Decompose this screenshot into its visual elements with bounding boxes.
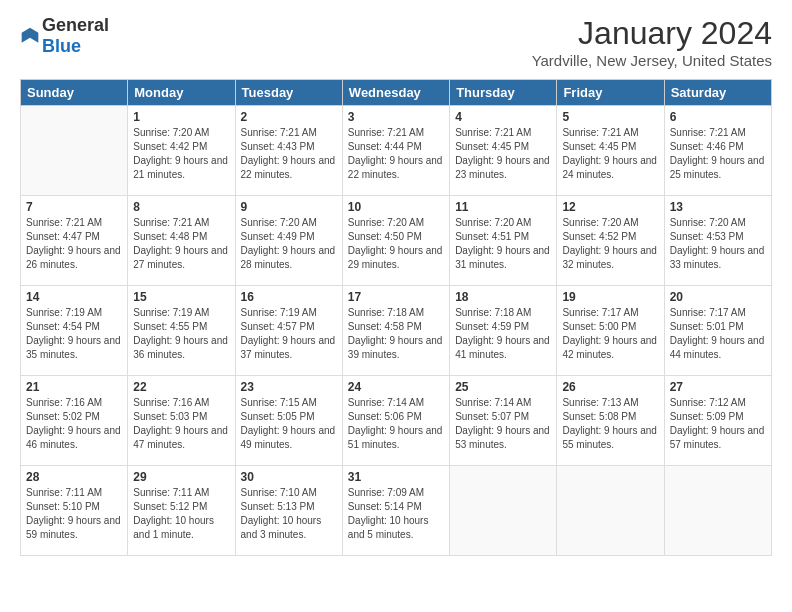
calendar-cell: 18Sunrise: 7:18 AMSunset: 4:59 PMDayligh…: [450, 286, 557, 376]
day-number: 19: [562, 290, 658, 304]
page-header: General Blue January 2024 Yardville, New…: [20, 15, 772, 69]
day-info: Sunrise: 7:21 AMSunset: 4:45 PMDaylight:…: [562, 126, 658, 182]
header-wednesday: Wednesday: [342, 80, 449, 106]
calendar-cell: 1Sunrise: 7:20 AMSunset: 4:42 PMDaylight…: [128, 106, 235, 196]
calendar-cell: 10Sunrise: 7:20 AMSunset: 4:50 PMDayligh…: [342, 196, 449, 286]
calendar-cell: 15Sunrise: 7:19 AMSunset: 4:55 PMDayligh…: [128, 286, 235, 376]
calendar-cell: 23Sunrise: 7:15 AMSunset: 5:05 PMDayligh…: [235, 376, 342, 466]
day-number: 6: [670, 110, 766, 124]
location: Yardville, New Jersey, United States: [532, 52, 772, 69]
calendar-cell: 25Sunrise: 7:14 AMSunset: 5:07 PMDayligh…: [450, 376, 557, 466]
calendar-cell: [450, 466, 557, 556]
logo-icon: [20, 26, 40, 46]
header-friday: Friday: [557, 80, 664, 106]
day-info: Sunrise: 7:20 AMSunset: 4:51 PMDaylight:…: [455, 216, 551, 272]
day-info: Sunrise: 7:13 AMSunset: 5:08 PMDaylight:…: [562, 396, 658, 452]
day-number: 12: [562, 200, 658, 214]
calendar-cell: 12Sunrise: 7:20 AMSunset: 4:52 PMDayligh…: [557, 196, 664, 286]
day-number: 29: [133, 470, 229, 484]
day-info: Sunrise: 7:20 AMSunset: 4:42 PMDaylight:…: [133, 126, 229, 182]
calendar-week-row: 28Sunrise: 7:11 AMSunset: 5:10 PMDayligh…: [21, 466, 772, 556]
day-number: 31: [348, 470, 444, 484]
day-info: Sunrise: 7:10 AMSunset: 5:13 PMDaylight:…: [241, 486, 337, 542]
day-number: 18: [455, 290, 551, 304]
month-title: January 2024: [532, 15, 772, 52]
calendar-cell: 16Sunrise: 7:19 AMSunset: 4:57 PMDayligh…: [235, 286, 342, 376]
day-number: 17: [348, 290, 444, 304]
day-number: 30: [241, 470, 337, 484]
day-info: Sunrise: 7:16 AMSunset: 5:03 PMDaylight:…: [133, 396, 229, 452]
day-info: Sunrise: 7:14 AMSunset: 5:06 PMDaylight:…: [348, 396, 444, 452]
day-info: Sunrise: 7:09 AMSunset: 5:14 PMDaylight:…: [348, 486, 444, 542]
title-section: January 2024 Yardville, New Jersey, Unit…: [532, 15, 772, 69]
calendar-cell: 30Sunrise: 7:10 AMSunset: 5:13 PMDayligh…: [235, 466, 342, 556]
day-number: 21: [26, 380, 122, 394]
calendar-cell: 20Sunrise: 7:17 AMSunset: 5:01 PMDayligh…: [664, 286, 771, 376]
day-number: 15: [133, 290, 229, 304]
day-info: Sunrise: 7:21 AMSunset: 4:43 PMDaylight:…: [241, 126, 337, 182]
day-number: 11: [455, 200, 551, 214]
header-sunday: Sunday: [21, 80, 128, 106]
calendar-cell: 14Sunrise: 7:19 AMSunset: 4:54 PMDayligh…: [21, 286, 128, 376]
day-info: Sunrise: 7:19 AMSunset: 4:55 PMDaylight:…: [133, 306, 229, 362]
header-thursday: Thursday: [450, 80, 557, 106]
day-number: 22: [133, 380, 229, 394]
calendar-cell: 31Sunrise: 7:09 AMSunset: 5:14 PMDayligh…: [342, 466, 449, 556]
calendar-cell: [21, 106, 128, 196]
calendar-week-row: 7Sunrise: 7:21 AMSunset: 4:47 PMDaylight…: [21, 196, 772, 286]
day-number: 7: [26, 200, 122, 214]
day-number: 16: [241, 290, 337, 304]
calendar-cell: 19Sunrise: 7:17 AMSunset: 5:00 PMDayligh…: [557, 286, 664, 376]
day-info: Sunrise: 7:19 AMSunset: 4:54 PMDaylight:…: [26, 306, 122, 362]
day-info: Sunrise: 7:19 AMSunset: 4:57 PMDaylight:…: [241, 306, 337, 362]
day-number: 8: [133, 200, 229, 214]
day-info: Sunrise: 7:18 AMSunset: 4:59 PMDaylight:…: [455, 306, 551, 362]
logo: General Blue: [20, 15, 109, 57]
calendar-cell: [557, 466, 664, 556]
day-number: 20: [670, 290, 766, 304]
day-number: 28: [26, 470, 122, 484]
day-info: Sunrise: 7:21 AMSunset: 4:47 PMDaylight:…: [26, 216, 122, 272]
logo-blue: Blue: [42, 36, 81, 56]
calendar-cell: 2Sunrise: 7:21 AMSunset: 4:43 PMDaylight…: [235, 106, 342, 196]
day-info: Sunrise: 7:14 AMSunset: 5:07 PMDaylight:…: [455, 396, 551, 452]
calendar-cell: [664, 466, 771, 556]
calendar-week-row: 21Sunrise: 7:16 AMSunset: 5:02 PMDayligh…: [21, 376, 772, 466]
calendar-cell: 8Sunrise: 7:21 AMSunset: 4:48 PMDaylight…: [128, 196, 235, 286]
calendar-cell: 17Sunrise: 7:18 AMSunset: 4:58 PMDayligh…: [342, 286, 449, 376]
day-number: 24: [348, 380, 444, 394]
calendar-cell: 26Sunrise: 7:13 AMSunset: 5:08 PMDayligh…: [557, 376, 664, 466]
day-info: Sunrise: 7:20 AMSunset: 4:50 PMDaylight:…: [348, 216, 444, 272]
day-info: Sunrise: 7:18 AMSunset: 4:58 PMDaylight:…: [348, 306, 444, 362]
calendar-cell: 11Sunrise: 7:20 AMSunset: 4:51 PMDayligh…: [450, 196, 557, 286]
calendar-header-row: Sunday Monday Tuesday Wednesday Thursday…: [21, 80, 772, 106]
day-number: 27: [670, 380, 766, 394]
svg-marker-0: [22, 28, 39, 43]
day-info: Sunrise: 7:21 AMSunset: 4:46 PMDaylight:…: [670, 126, 766, 182]
calendar-cell: 27Sunrise: 7:12 AMSunset: 5:09 PMDayligh…: [664, 376, 771, 466]
day-info: Sunrise: 7:20 AMSunset: 4:49 PMDaylight:…: [241, 216, 337, 272]
day-info: Sunrise: 7:17 AMSunset: 5:00 PMDaylight:…: [562, 306, 658, 362]
day-number: 26: [562, 380, 658, 394]
calendar-cell: 5Sunrise: 7:21 AMSunset: 4:45 PMDaylight…: [557, 106, 664, 196]
calendar-cell: 7Sunrise: 7:21 AMSunset: 4:47 PMDaylight…: [21, 196, 128, 286]
day-info: Sunrise: 7:11 AMSunset: 5:10 PMDaylight:…: [26, 486, 122, 542]
day-number: 9: [241, 200, 337, 214]
day-number: 25: [455, 380, 551, 394]
day-number: 2: [241, 110, 337, 124]
day-info: Sunrise: 7:21 AMSunset: 4:48 PMDaylight:…: [133, 216, 229, 272]
calendar-cell: 28Sunrise: 7:11 AMSunset: 5:10 PMDayligh…: [21, 466, 128, 556]
day-number: 14: [26, 290, 122, 304]
calendar: Sunday Monday Tuesday Wednesday Thursday…: [20, 79, 772, 556]
day-info: Sunrise: 7:15 AMSunset: 5:05 PMDaylight:…: [241, 396, 337, 452]
day-number: 4: [455, 110, 551, 124]
day-number: 1: [133, 110, 229, 124]
day-info: Sunrise: 7:12 AMSunset: 5:09 PMDaylight:…: [670, 396, 766, 452]
calendar-cell: 9Sunrise: 7:20 AMSunset: 4:49 PMDaylight…: [235, 196, 342, 286]
logo-general: General: [42, 15, 109, 35]
day-info: Sunrise: 7:11 AMSunset: 5:12 PMDaylight:…: [133, 486, 229, 542]
day-number: 3: [348, 110, 444, 124]
header-saturday: Saturday: [664, 80, 771, 106]
header-monday: Monday: [128, 80, 235, 106]
day-info: Sunrise: 7:16 AMSunset: 5:02 PMDaylight:…: [26, 396, 122, 452]
